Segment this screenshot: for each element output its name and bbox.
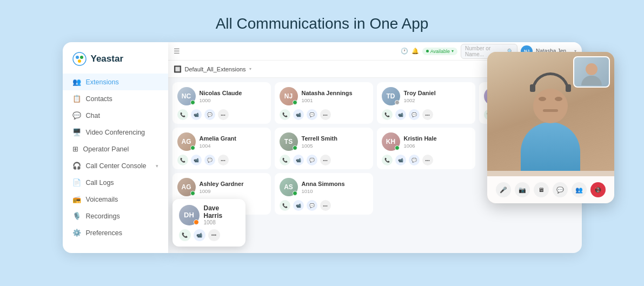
sidebar-item-video[interactable]: 🖥️ Video Conferencing [63, 124, 168, 141]
status-dot [426, 50, 429, 52]
contact-card-troy: TD Troy Daniel 1002 📞 📹 💬 ••• [377, 82, 475, 124]
sidebar-item-callcenter[interactable]: 🎧 Call Center Console ▾ [63, 157, 168, 174]
logo-area: Yeastar [63, 52, 168, 74]
more-action-btn[interactable]: ••• [422, 155, 433, 165]
call-action-btn[interactable]: 📞 [177, 109, 188, 120]
status-text: Available [430, 49, 450, 54]
msg-action-btn[interactable]: 💬 [307, 155, 317, 165]
status-indicator-ashley [190, 191, 195, 196]
video-action-btn[interactable]: 📹 [293, 155, 304, 165]
more-action-btn[interactable]: ••• [218, 155, 229, 165]
extensions-icon: 👥 [72, 78, 81, 86]
chat-btn[interactable]: 💬 [553, 182, 568, 197]
avatar-amelia: AG [177, 132, 196, 151]
more-action-btn[interactable]: ••• [320, 200, 331, 211]
dave-more-btn[interactable]: ••• [208, 229, 220, 241]
call-action-btn[interactable]: 📞 [280, 155, 290, 165]
contact-card-nicolas: NC Nicolas Claude 1000 📞 📹 💬 ••• [172, 82, 271, 124]
video-action-btn[interactable]: 📹 [293, 200, 304, 211]
video-action-btn[interactable]: 📹 [293, 109, 304, 120]
chat-icon: 💬 [72, 111, 81, 119]
sidebar-item-operator[interactable]: ⊞ Operator Panel [63, 141, 168, 157]
sidebar-item-extensions[interactable]: 👥 Extensions [63, 74, 168, 90]
call-action-btn[interactable]: 📞 [280, 200, 290, 211]
more-action-btn[interactable]: ••• [422, 109, 433, 120]
contact-card-natasha: NJ Natasha Jennings 1001 📞 📹 💬 ••• [275, 82, 373, 124]
floating-call-card: DH Dave Harris 1008 📞 📹 ••• [172, 199, 245, 247]
video-icon: 🖥️ [72, 128, 81, 136]
mic-toggle-btn[interactable]: 🎤 [496, 182, 511, 197]
call-action-btn[interactable]: 📞 [280, 109, 290, 120]
contact-ext: 1005 [302, 143, 337, 149]
sidebar-item-voicemails[interactable]: 📻 Voicemails [63, 191, 168, 208]
pip-person-body [581, 76, 602, 85]
video-person-body [521, 89, 580, 171]
svg-point-0 [73, 52, 86, 65]
pip-window [573, 56, 610, 88]
participants-btn[interactable]: 👥 [572, 182, 587, 197]
dave-actions: 📞 📹 ••• [179, 229, 239, 241]
sidebar-item-preferences[interactable]: ⚙️ Preferences [63, 224, 168, 241]
contact-name: Kristin Hale [404, 135, 437, 142]
contact-name: Anna Simmons [302, 180, 345, 188]
sidebar-item-contacts[interactable]: 📋 Contacts [63, 90, 168, 107]
video-action-btn[interactable]: 📹 [395, 155, 406, 165]
contact-ext: 1009 [200, 188, 244, 194]
dave-ext: 1008 [204, 220, 239, 225]
more-action-btn[interactable]: ••• [320, 155, 331, 165]
call-action-btn[interactable]: 📞 [382, 109, 393, 120]
preferences-icon: ⚙️ [72, 229, 81, 237]
contact-actions-natasha: 📞 📹 💬 ••• [280, 109, 368, 120]
msg-action-btn[interactable]: 💬 [307, 109, 317, 120]
sidebar-item-label: Call Logs [86, 179, 114, 187]
more-action-btn[interactable]: ••• [320, 109, 331, 120]
msg-action-btn[interactable]: 💬 [204, 109, 215, 120]
video-action-btn[interactable]: 📹 [191, 109, 202, 120]
call-action-btn[interactable]: 📞 [382, 155, 393, 165]
msg-action-btn[interactable]: 💬 [409, 155, 420, 165]
msg-action-btn[interactable]: 💬 [204, 155, 215, 165]
msg-action-btn[interactable]: 💬 [307, 200, 317, 211]
avatar-ashley: AG [177, 178, 196, 196]
more-action-btn[interactable]: ••• [218, 109, 229, 120]
svg-point-1 [76, 56, 79, 59]
screen-share-btn[interactable]: 🖥 [534, 182, 549, 197]
operator-icon: ⊞ [72, 145, 78, 153]
video-action-btn[interactable]: 📹 [395, 109, 406, 120]
contact-name: Natasha Jennings [302, 89, 353, 97]
contact-name: Ashley Gardner [200, 180, 244, 188]
extensions-filter-icon: 🔲 [174, 65, 182, 73]
status-indicator-dave [194, 220, 199, 225]
contact-ext: 1001 [302, 97, 353, 103]
msg-action-btn[interactable]: 💬 [409, 109, 420, 120]
contact-actions-kristin: 📞 📹 💬 ••• [382, 155, 470, 165]
cam-toggle-btn[interactable]: 📷 [515, 182, 530, 197]
call-action-btn[interactable]: 📞 [177, 155, 188, 165]
sidebar-item-label: Recordings [86, 212, 120, 220]
page-background: All Communications in One App Yeastar 👥 … [0, 0, 644, 286]
status-badge[interactable]: Available ▾ [422, 48, 457, 55]
video-call-overlay: 🎤 📷 🖥 💬 👥 📵 [487, 52, 614, 203]
dave-video-btn[interactable]: 📹 [194, 229, 205, 241]
status-indicator-amelia [190, 145, 195, 150]
headset-left-ear [530, 84, 535, 92]
sidebar-item-label: Voicemails [86, 196, 118, 203]
contact-name: Nicolas Claude [200, 89, 242, 97]
dave-avatar: DH [179, 205, 200, 225]
end-call-btn[interactable]: 📵 [590, 182, 606, 197]
sidebar-item-calllogs[interactable]: 📄 Call Logs [63, 174, 168, 191]
headset-right-ear [566, 84, 571, 92]
pip-person-head [586, 63, 597, 75]
contact-actions-troy: 📞 📹 💬 ••• [382, 109, 470, 120]
video-action-btn[interactable]: 📹 [191, 155, 202, 165]
contact-actions-anna: 📞 📹 💬 ••• [280, 200, 368, 211]
menu-icon: ☰ [174, 47, 180, 55]
sidebar-item-recordings[interactable]: 🎙️ Recordings [63, 208, 168, 224]
contact-name: Terrell Smith [302, 135, 337, 142]
dave-call-btn[interactable]: 📞 [179, 229, 191, 241]
sidebar-item-chat[interactable]: 💬 Chat [63, 107, 168, 124]
contact-name: Amelia Grant [200, 135, 236, 142]
ext-chevron-icon: ▾ [249, 66, 251, 71]
status-indicator-natasha [293, 100, 297, 105]
callcenter-icon: 🎧 [72, 162, 81, 170]
